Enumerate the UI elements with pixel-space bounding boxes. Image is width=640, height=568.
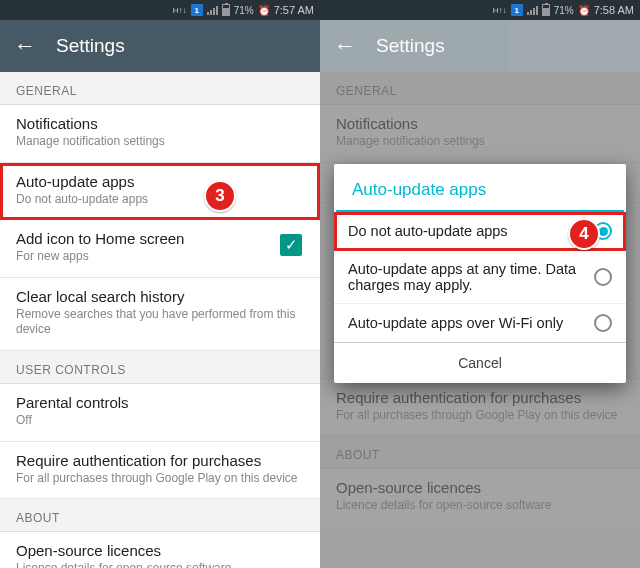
battery-icon: [222, 4, 230, 16]
row-sub: Off: [16, 413, 304, 429]
row-sub: For all purchases through Google Play on…: [16, 471, 304, 487]
dialog-title: Auto-update apps: [336, 170, 624, 212]
row-label: Require authentication for purchases: [16, 452, 304, 469]
row-label: Open-source licences: [16, 542, 304, 559]
alarm-icon: ⏰: [258, 5, 270, 16]
right-screenshot: H↑↓ 1 71% ⏰ 7:58 AM ← Settings GENERAL N…: [320, 0, 640, 568]
option-any-time[interactable]: Auto-update apps at any time. Data charg…: [334, 251, 626, 304]
hspa-icon: H↑↓: [493, 6, 507, 15]
back-icon: ←: [334, 33, 356, 59]
radio-icon: [594, 314, 612, 332]
settings-list: GENERAL Notifications Manage notificatio…: [0, 72, 320, 568]
checkbox-icon[interactable]: ✓: [280, 234, 302, 256]
alarm-icon: ⏰: [578, 5, 590, 16]
section-general: GENERAL: [0, 72, 320, 105]
row-require-auth[interactable]: Require authentication for purchases For…: [0, 442, 320, 500]
battery-text: 71%: [554, 5, 574, 16]
row-sub: Remove searches that you have performed …: [16, 307, 304, 338]
row-label: Notifications: [16, 115, 304, 132]
section-user-controls: USER CONTROLS: [0, 351, 320, 384]
annotation-badge-4: 4: [568, 218, 600, 250]
app-bar: ← Settings: [0, 20, 320, 72]
radio-icon: [594, 268, 612, 286]
row-add-icon[interactable]: Add icon to Home screen For new apps ✓: [0, 220, 320, 278]
option-wifi-only[interactable]: Auto-update apps over Wi-Fi only: [334, 304, 626, 343]
row-label: Parental controls: [16, 394, 304, 411]
row-sub: For new apps: [16, 249, 304, 265]
row-label: Clear local search history: [16, 288, 304, 305]
cancel-button[interactable]: Cancel: [334, 343, 626, 383]
status-bar: H↑↓ 1 71% ⏰ 7:58 AM: [320, 0, 640, 20]
row-auto-update[interactable]: Auto-update apps Do not auto-update apps: [0, 163, 320, 221]
page-title: Settings: [56, 35, 125, 57]
row-sub: Manage notification settings: [16, 134, 304, 150]
option-label: Auto-update apps at any time. Data charg…: [348, 261, 584, 293]
page-title: Settings: [376, 35, 445, 57]
option-label: Auto-update apps over Wi-Fi only: [348, 315, 584, 331]
sim-indicator: 1: [191, 4, 203, 16]
annotation-badge-3: 3: [204, 180, 236, 212]
status-bar: H↑↓ 1 71% ⏰ 7:57 AM: [0, 0, 320, 20]
option-label: Do not auto-update apps: [348, 223, 584, 239]
clock-text: 7:58 AM: [594, 4, 634, 16]
hspa-icon: H↑↓: [173, 6, 187, 15]
section-about: ABOUT: [0, 499, 320, 532]
signal-icon: [527, 5, 538, 15]
battery-text: 71%: [234, 5, 254, 16]
left-screenshot: H↑↓ 1 71% ⏰ 7:57 AM ← Settings GENERAL N…: [0, 0, 320, 568]
clock-text: 7:57 AM: [274, 4, 314, 16]
row-parental[interactable]: Parental controls Off: [0, 384, 320, 442]
auto-update-dialog: Auto-update apps Do not auto-update apps…: [334, 164, 626, 383]
app-bar: ← Settings: [320, 20, 640, 72]
row-clear-history[interactable]: Clear local search history Remove search…: [0, 278, 320, 351]
row-notifications[interactable]: Notifications Manage notification settin…: [0, 105, 320, 163]
sim-indicator: 1: [511, 4, 523, 16]
signal-icon: [207, 5, 218, 15]
row-sub: Licence details for open-source software: [16, 561, 304, 568]
back-icon[interactable]: ←: [14, 33, 36, 59]
battery-icon: [542, 4, 550, 16]
row-label: Add icon to Home screen: [16, 230, 304, 247]
row-open-source[interactable]: Open-source licences Licence details for…: [0, 532, 320, 568]
